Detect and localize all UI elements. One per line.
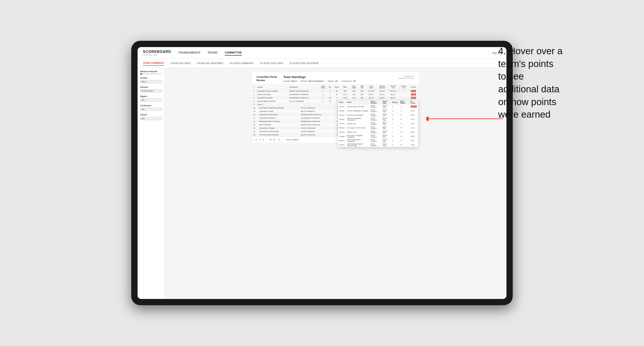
list-item: Univers. Amer Ari Intercollegiate NCAA D… <box>338 113 418 117</box>
doc-header: Committee Portal Review Team Standings G… <box>252 72 418 85</box>
th-bnds: Bnds <box>333 85 341 89</box>
th-overall: OverallRecord <box>376 85 388 89</box>
division-filter-label: Division: NCAA Division I <box>300 80 324 82</box>
sign-out-button[interactable]: Sign out <box>492 51 501 54</box>
list-item: Georgia Ben Hogan Collegiate Invitationa… <box>338 134 418 139</box>
school-select[interactable]: (All) <box>140 117 162 120</box>
th-wins: Wins <box>341 85 350 89</box>
filter-minimum-rounds: Minimum Rounds <box>140 70 162 74</box>
school-1: University of North Carolina <box>256 89 288 93</box>
table-row: 1 University of North Carolina Atlantic … <box>252 89 418 93</box>
tt-rounds: Rounds <box>391 100 399 104</box>
list-item: Univers. 2023 Sahalee Players Championsh… <box>338 143 418 147</box>
refresh-button[interactable]: ⟳ <box>262 139 264 141</box>
subnav-player-summary[interactable]: PLAYER SUMMARY <box>230 61 254 65</box>
th-no: No <box>327 85 333 89</box>
th-avg-sg: Avg.SG <box>358 85 366 89</box>
th-adj-score: Adj.Score <box>350 85 358 89</box>
list-item: Univers. Copper Cup NCAA Division I Matc… <box>338 122 418 126</box>
app-logo-sub: Powered by clippi <box>143 54 171 56</box>
table-row: 2 Auburn University Southeastern Confere… <box>252 93 418 96</box>
tt-team: Team <box>338 100 346 104</box>
subnav-player-h2h-grid[interactable]: PLAYER H2H GRID <box>260 61 284 65</box>
division-select[interactable]: NCAA Division I <box>140 89 162 93</box>
main-content: Minimum Rounds Gender Men's Division NCA… <box>138 68 506 299</box>
subnav-team-summary[interactable]: TEAM SUMMARY <box>143 61 164 66</box>
gender-select[interactable]: Men's <box>140 80 162 83</box>
nav-committee[interactable]: COMMITTEE <box>225 50 242 56</box>
nav-teams[interactable]: TEAMS <box>208 50 218 56</box>
logo-area: SCOREBOARD Powered by clippi <box>143 50 171 56</box>
gender-label: Gender <box>140 77 162 79</box>
filter-gender: Gender Men's <box>140 77 162 83</box>
subnav-player-h2h-heatmap[interactable]: PLAYER H2H HEATMAP <box>290 61 319 65</box>
gender-filter-label: Gender: Men's <box>284 80 297 82</box>
conference-fv: All <box>353 80 356 82</box>
gender-fl: Gender: <box>284 80 291 82</box>
points-1[interactable]: 97.03 <box>408 89 418 93</box>
filter-conference: Conference (All) <box>140 104 162 111</box>
toolbar-sep-2 <box>283 138 284 141</box>
conference-filter-label: Conference: All <box>341 80 356 82</box>
top-nav: SCOREBOARD Powered by clippi TOURNAMENTS… <box>138 47 506 59</box>
redo-button[interactable]: ↻ <box>259 139 260 141</box>
gender-fv: Men's <box>291 80 297 82</box>
toolbar-history-group: ↺ ↻ ⟳ <box>255 139 264 141</box>
tt-div: Event Division <box>370 100 382 104</box>
tooltip-table: Team Event Event Division Event Type Rou… <box>338 100 418 147</box>
region-label: Region <box>140 95 162 97</box>
list-item: Univers. Southern Highlands Collegiate N… <box>338 109 418 113</box>
table-header: # School Conference ConfRank No Bnds Win… <box>252 85 418 89</box>
th-school: School <box>256 85 288 89</box>
copy-button[interactable]: ⊞ <box>270 139 272 141</box>
toolbar-sep-1 <box>267 138 267 141</box>
filter-region: Region N/A <box>140 95 162 102</box>
conference-fl: Conference: <box>341 80 352 82</box>
division-fl: Division: <box>300 80 308 82</box>
region-fl: Region: <box>328 80 334 82</box>
nav-tournaments[interactable]: TOURNAMENTS <box>178 50 200 56</box>
document-container: Committee Portal Review Team Standings G… <box>252 72 418 143</box>
toolbar-actions-group: View: Original <box>286 139 298 141</box>
division-fv: NCAA Division I <box>309 80 324 82</box>
region-select[interactable]: N/A <box>140 98 162 102</box>
tablet-frame: SCOREBOARD Powered by clippi TOURNAMENTS… <box>131 41 513 305</box>
paste-button[interactable]: ⊟ · <box>273 139 276 141</box>
filter-division: Division NCAA Division I <box>140 86 162 93</box>
points-3[interactable]: 90.30 <box>408 96 418 100</box>
filter-school: School (All) <box>140 114 162 120</box>
th-vs25: Vs Top25 <box>388 85 398 89</box>
view-original-button[interactable]: View: Original <box>286 139 298 141</box>
annotation-text: 4. Hover over a team's points to see add… <box>498 45 606 121</box>
sidebar-filters: Minimum Rounds Gender Men's Division NCA… <box>138 68 164 299</box>
table-area: # School Conference ConfRank No Bnds Win… <box>252 85 418 106</box>
division-label: Division <box>140 86 162 88</box>
th-conference: Conference <box>288 85 319 89</box>
th-rank: # <box>252 85 256 89</box>
tablet-screen: SCOREBOARD Powered by clippi TOURNAMENTS… <box>138 47 506 299</box>
app-logo: SCOREBOARD <box>143 50 171 54</box>
points-2[interactable]: 93.31 <box>408 93 418 96</box>
conference-select[interactable]: (All) <box>140 108 162 111</box>
list-item: Univers. Arizona State University NCAA D… <box>338 104 418 109</box>
clock-button[interactable]: 🕐 <box>278 139 280 141</box>
region-fv: All <box>335 80 338 82</box>
annotation-area: 4. Hover over a team's points to see add… <box>498 45 622 346</box>
min-rounds-slider[interactable] <box>140 73 162 74</box>
conf-1: Atlantic Coast Conference <box>288 89 319 93</box>
school-label: School <box>140 114 162 116</box>
undo-button[interactable]: ↺ <box>255 139 257 141</box>
doc-title: Committee Portal Review <box>256 75 284 82</box>
th-points: Points <box>408 85 418 89</box>
th-conf-rank: ConfRank <box>319 85 327 89</box>
rank-1: 1 <box>252 89 256 93</box>
tt-type: Event Type <box>382 100 391 104</box>
toolbar-view-group: ⊞ ⊟ · 🕐 <box>270 139 280 141</box>
main-nav: TOURNAMENTS TEAMS COMMITTEE <box>178 50 490 56</box>
doc-standings-area: Team Standings Gender: Men's Division: N… <box>284 75 398 82</box>
subnav-team-h2h-heatmap[interactable]: TEAM H2H HEATMAP <box>197 61 224 65</box>
subnav-team-h2h-grid[interactable]: TEAM H2H GRID <box>170 61 191 65</box>
cr-1: 1 <box>319 89 327 93</box>
region-filter-label: Region: All <box>328 80 338 82</box>
sign-out-separator: | <box>489 51 490 55</box>
